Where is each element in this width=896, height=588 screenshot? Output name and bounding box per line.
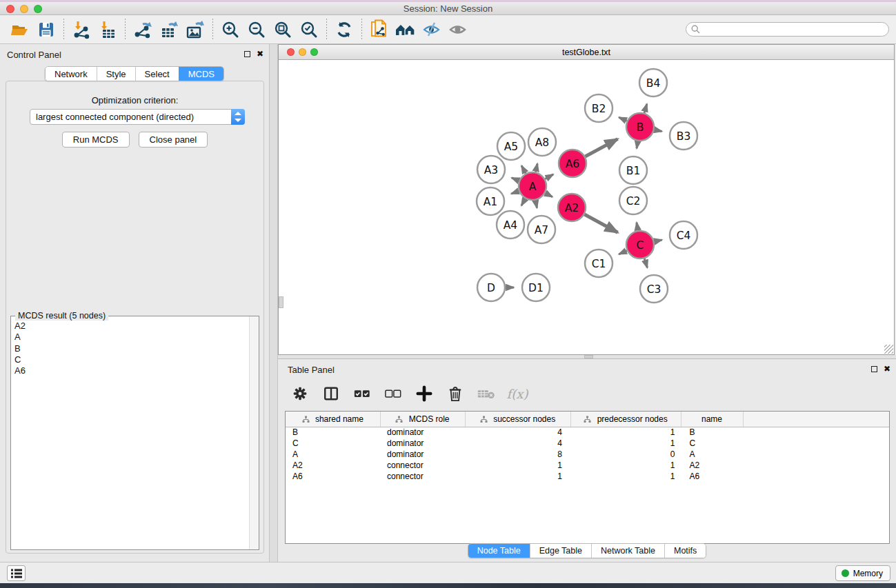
graph-edge[interactable] (619, 117, 627, 121)
delete-table-button[interactable] (477, 384, 496, 403)
table-cell[interactable]: C (286, 438, 380, 449)
column-header-name[interactable]: name (681, 412, 743, 427)
table-cell[interactable]: connector (380, 460, 465, 471)
close-panel-icon[interactable]: ✖ (884, 365, 890, 372)
float-panel-icon[interactable] (244, 51, 250, 57)
tab-node-table[interactable]: Node Table (468, 544, 530, 558)
table-cell[interactable]: A (286, 449, 380, 460)
graph-edge[interactable] (512, 178, 519, 181)
table-cell[interactable] (743, 438, 890, 449)
vertical-splitter[interactable] (269, 44, 278, 562)
save-session-button[interactable] (33, 18, 59, 41)
tab-edge-table[interactable]: Edge Table (530, 544, 591, 558)
table-row[interactable]: A6connector11A6 (286, 471, 890, 482)
zoom-fit-button[interactable] (270, 18, 296, 41)
import-network-button[interactable] (68, 18, 94, 41)
show-columns-button[interactable] (321, 384, 341, 403)
table-cell[interactable]: 1 (570, 427, 681, 438)
mcds-result-item[interactable]: A2 (14, 321, 249, 332)
table-cell[interactable]: A2 (681, 460, 743, 471)
table-cell[interactable]: 1 (570, 438, 681, 449)
import-table-button[interactable] (94, 18, 121, 41)
table-cell[interactable]: 1 (465, 460, 570, 471)
table-cell[interactable]: 1 (570, 460, 681, 471)
graph-edge[interactable] (521, 199, 526, 205)
graph-edge[interactable] (585, 139, 617, 156)
add-column-button[interactable] (415, 384, 434, 403)
tab-mcds[interactable]: MCDS (179, 67, 223, 81)
task-history-button[interactable] (7, 565, 26, 581)
deselect-all-columns-button[interactable] (384, 384, 403, 403)
mcds-result-item[interactable]: B (14, 343, 249, 354)
column-header-mcds-role[interactable]: MCDS role (380, 412, 465, 427)
network-window-titlebar[interactable]: testGlobe.txt (279, 45, 894, 60)
table-cell[interactable]: B (681, 427, 743, 438)
table-cell[interactable]: A2 (286, 460, 380, 471)
zoom-in-button[interactable] (217, 18, 243, 41)
column-header-predecessor-nodes[interactable]: predecessor nodes (570, 412, 681, 427)
table-cell[interactable]: C (681, 438, 743, 449)
float-panel-icon[interactable] (871, 366, 877, 372)
table-cell[interactable] (743, 427, 890, 438)
tab-network-table[interactable]: Network Table (591, 544, 664, 558)
table-cell[interactable]: 1 (465, 471, 570, 482)
tab-network[interactable]: Network (46, 67, 97, 81)
scrollbar[interactable] (249, 316, 259, 549)
table-cell[interactable]: dominator (380, 449, 465, 460)
delete-column-button[interactable] (446, 384, 465, 403)
window-edge-handle[interactable] (279, 296, 283, 308)
new-network-file-button[interactable] (366, 18, 392, 41)
table-cell[interactable]: connector (380, 471, 465, 482)
optimization-criterion-select[interactable]: largest connected component (directed) (30, 109, 245, 125)
memory-button[interactable]: Memory (835, 565, 890, 581)
graph-edge[interactable] (619, 251, 627, 254)
graph-edge[interactable] (535, 201, 537, 208)
column-header-shared-name[interactable]: shared name (286, 412, 380, 427)
table-row[interactable]: Adominator80A (286, 449, 890, 460)
resize-grip-icon[interactable] (884, 345, 893, 354)
select-all-columns-button[interactable] (352, 384, 372, 403)
graph-edge[interactable] (511, 191, 519, 194)
graph-edge[interactable] (654, 240, 661, 241)
search-input[interactable] (686, 22, 889, 37)
run-mcds-button[interactable]: Run MCDS (62, 132, 130, 148)
graph-edge[interactable] (637, 223, 638, 231)
export-table-button[interactable] (156, 18, 182, 41)
export-network-button[interactable] (130, 18, 156, 41)
table-row[interactable]: Bdominator41B (286, 427, 890, 438)
export-image-button[interactable] (182, 18, 208, 41)
apply-layout-button[interactable] (331, 18, 357, 41)
table-cell[interactable]: A6 (681, 471, 743, 482)
tab-style[interactable]: Style (97, 67, 135, 81)
close-panel-icon[interactable]: ✖ (257, 50, 263, 57)
table-row[interactable]: Cdominator41C (286, 438, 890, 449)
zoom-out-button[interactable] (243, 18, 270, 41)
table-cell[interactable]: 4 (465, 438, 570, 449)
tab-motifs[interactable]: Motifs (664, 544, 706, 558)
table-cell[interactable]: 0 (570, 449, 681, 460)
mcds-result-item[interactable]: A (14, 332, 249, 343)
graph-edge[interactable] (644, 258, 647, 267)
function-builder-button[interactable]: f(x) (508, 384, 527, 403)
table-cell[interactable]: A6 (286, 471, 380, 482)
table-cell[interactable]: 1 (570, 471, 681, 482)
mcds-result-item[interactable]: C (14, 354, 249, 365)
mcds-result-item[interactable]: A6 (14, 365, 249, 376)
hide-visual-button[interactable] (419, 18, 445, 41)
table-cell[interactable]: dominator (380, 427, 465, 438)
graph-edge[interactable] (644, 104, 647, 113)
graph-edge[interactable] (637, 141, 638, 149)
graph-edge[interactable] (655, 130, 662, 131)
tab-select[interactable]: Select (135, 67, 179, 81)
column-header-successor-nodes[interactable]: successor nodes (465, 412, 570, 427)
table-cell[interactable]: 8 (465, 449, 570, 460)
table-row[interactable]: A2connector11A2 (286, 460, 890, 471)
close-panel-button[interactable]: Close panel (139, 132, 208, 148)
table-cell[interactable]: B (286, 427, 380, 438)
network-canvas[interactable]: B4B2BB3A5A8A6A3B1AA1C2A2A4A7C4CC1DD1C3 (279, 60, 894, 354)
table-options-button[interactable] (290, 384, 310, 403)
table-cell[interactable] (743, 460, 890, 471)
open-folder-button[interactable] (7, 18, 33, 41)
graph-edge[interactable] (545, 193, 552, 197)
table-cell[interactable]: A (681, 449, 743, 460)
